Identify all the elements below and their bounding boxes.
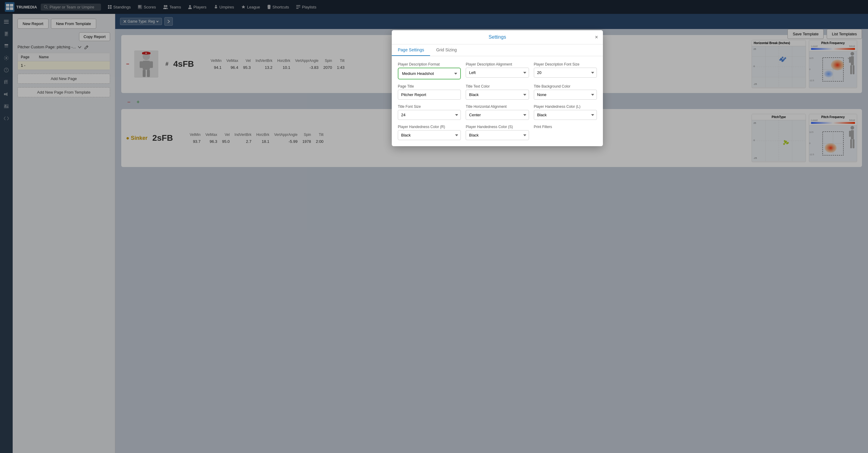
- modal-header: Settings ×: [392, 30, 603, 45]
- player-handedness-color-r-label: Player Handedness Color (R): [398, 125, 461, 129]
- title-horizontal-alignment-label: Title Horizontal Alignment: [466, 105, 529, 109]
- title-font-size-group: Title Font Size 1820222426: [398, 105, 461, 120]
- title-background-color-label: Title Background Color: [534, 84, 597, 88]
- title-background-color-group: Title Background Color NoneBlackWhite: [534, 84, 597, 100]
- tab-grid-sizing[interactable]: Grid Sizing: [430, 45, 463, 56]
- print-filters-group: Print Filters: [534, 125, 597, 140]
- title-text-color-label: Title Text Color: [466, 84, 529, 88]
- modal-title: Settings: [489, 34, 506, 40]
- title-text-color-group: Title Text Color BlackWhiteRedBlue: [466, 84, 529, 100]
- title-font-size-select[interactable]: 1820222426: [398, 110, 461, 120]
- tab-page-settings[interactable]: Page Settings: [392, 45, 430, 56]
- player-description-alignment-group: Player Description Alignment Left Center…: [466, 62, 529, 79]
- player-description-format-label: Player Description Format: [398, 62, 461, 66]
- title-text-color-select[interactable]: BlackWhiteRedBlue: [466, 90, 529, 100]
- player-handedness-color-s-group: Player Handedness Color (S) BlackWhiteRe…: [466, 125, 529, 140]
- print-filters-label: Print Filters: [534, 125, 597, 129]
- page-title-label: Page Title: [398, 84, 461, 88]
- player-description-font-size-select[interactable]: 1618202224: [534, 68, 597, 78]
- player-handedness-color-s-select[interactable]: BlackWhiteRed: [466, 130, 529, 140]
- player-description-format-select[interactable]: Medium Headshot Small Headshot Large Hea…: [399, 69, 460, 78]
- title-horizontal-alignment-select[interactable]: LeftCenterRight: [466, 110, 529, 120]
- modal-body: Player Description Format Medium Headsho…: [392, 56, 603, 146]
- settings-modal: Settings × Page Settings Grid Sizing Pla…: [392, 30, 603, 146]
- player-handedness-color-l-group: Player Handedness Color (L) BlackWhiteRe…: [534, 105, 597, 120]
- player-handedness-color-l-select[interactable]: BlackWhiteRed: [534, 110, 597, 120]
- player-description-format-group: Player Description Format Medium Headsho…: [398, 62, 461, 79]
- player-description-font-size-group: Player Description Font Size 1618202224: [534, 62, 597, 79]
- modal-tabs: Page Settings Grid Sizing: [392, 45, 603, 56]
- settings-modal-overlay[interactable]: Settings × Page Settings Grid Sizing Pla…: [0, 0, 868, 453]
- player-handedness-color-s-label: Player Handedness Color (S): [466, 125, 529, 129]
- page-title-group: Page Title: [398, 84, 461, 100]
- title-horizontal-alignment-group: Title Horizontal Alignment LeftCenterRig…: [466, 105, 529, 120]
- title-background-color-select[interactable]: NoneBlackWhite: [534, 90, 597, 100]
- player-description-alignment-select[interactable]: Left Center Right: [466, 68, 529, 78]
- player-description-font-size-label: Player Description Font Size: [534, 62, 597, 66]
- title-font-size-label: Title Font Size: [398, 105, 461, 109]
- player-handedness-color-l-label: Player Handedness Color (L): [534, 105, 597, 109]
- player-description-alignment-label: Player Description Alignment: [466, 62, 529, 66]
- modal-close-button[interactable]: ×: [595, 34, 598, 40]
- player-handedness-color-r-group: Player Handedness Color (R) BlackWhiteRe…: [398, 125, 461, 140]
- page-title-input[interactable]: [398, 90, 461, 100]
- player-handedness-color-r-select[interactable]: BlackWhiteRed: [398, 130, 461, 140]
